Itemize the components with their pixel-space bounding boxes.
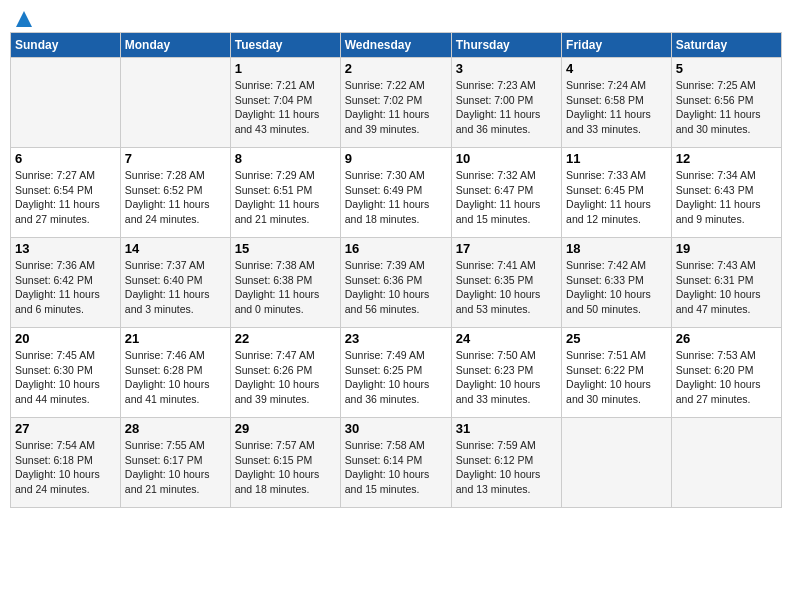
- day-number: 23: [345, 331, 447, 346]
- calendar-cell: 4Sunrise: 7:24 AMSunset: 6:58 PMDaylight…: [562, 58, 672, 148]
- day-number: 4: [566, 61, 667, 76]
- day-info: Sunrise: 7:23 AMSunset: 7:00 PMDaylight:…: [456, 79, 541, 135]
- day-number: 26: [676, 331, 777, 346]
- day-info: Sunrise: 7:25 AMSunset: 6:56 PMDaylight:…: [676, 79, 761, 135]
- day-header-sunday: Sunday: [11, 33, 121, 58]
- day-header-tuesday: Tuesday: [230, 33, 340, 58]
- day-number: 31: [456, 421, 557, 436]
- calendar-cell: 26Sunrise: 7:53 AMSunset: 6:20 PMDayligh…: [671, 328, 781, 418]
- calendar-cell: 11Sunrise: 7:33 AMSunset: 6:45 PMDayligh…: [562, 148, 672, 238]
- day-info: Sunrise: 7:42 AMSunset: 6:33 PMDaylight:…: [566, 259, 651, 315]
- calendar-cell: 24Sunrise: 7:50 AMSunset: 6:23 PMDayligh…: [451, 328, 561, 418]
- calendar-cell: 13Sunrise: 7:36 AMSunset: 6:42 PMDayligh…: [11, 238, 121, 328]
- calendar-cell: 23Sunrise: 7:49 AMSunset: 6:25 PMDayligh…: [340, 328, 451, 418]
- day-number: 10: [456, 151, 557, 166]
- day-number: 27: [15, 421, 116, 436]
- calendar-table: SundayMondayTuesdayWednesdayThursdayFrid…: [10, 32, 782, 508]
- day-number: 8: [235, 151, 336, 166]
- calendar-cell: [11, 58, 121, 148]
- calendar-cell: 16Sunrise: 7:39 AMSunset: 6:36 PMDayligh…: [340, 238, 451, 328]
- svg-marker-0: [16, 11, 32, 27]
- day-number: 28: [125, 421, 226, 436]
- day-number: 21: [125, 331, 226, 346]
- day-number: 29: [235, 421, 336, 436]
- day-info: Sunrise: 7:38 AMSunset: 6:38 PMDaylight:…: [235, 259, 320, 315]
- day-info: Sunrise: 7:34 AMSunset: 6:43 PMDaylight:…: [676, 169, 761, 225]
- calendar-cell: 14Sunrise: 7:37 AMSunset: 6:40 PMDayligh…: [120, 238, 230, 328]
- day-header-friday: Friday: [562, 33, 672, 58]
- calendar-cell: 12Sunrise: 7:34 AMSunset: 6:43 PMDayligh…: [671, 148, 781, 238]
- calendar-cell: 18Sunrise: 7:42 AMSunset: 6:33 PMDayligh…: [562, 238, 672, 328]
- day-info: Sunrise: 7:29 AMSunset: 6:51 PMDaylight:…: [235, 169, 320, 225]
- calendar-cell: [562, 418, 672, 508]
- calendar-cell: 22Sunrise: 7:47 AMSunset: 6:26 PMDayligh…: [230, 328, 340, 418]
- day-number: 25: [566, 331, 667, 346]
- calendar-cell: 25Sunrise: 7:51 AMSunset: 6:22 PMDayligh…: [562, 328, 672, 418]
- day-number: 2: [345, 61, 447, 76]
- day-info: Sunrise: 7:50 AMSunset: 6:23 PMDaylight:…: [456, 349, 541, 405]
- calendar-cell: 6Sunrise: 7:27 AMSunset: 6:54 PMDaylight…: [11, 148, 121, 238]
- day-number: 30: [345, 421, 447, 436]
- day-number: 20: [15, 331, 116, 346]
- day-number: 9: [345, 151, 447, 166]
- day-number: 13: [15, 241, 116, 256]
- day-header-saturday: Saturday: [671, 33, 781, 58]
- logo-icon: [15, 10, 33, 28]
- page-header: [10, 10, 782, 24]
- day-info: Sunrise: 7:46 AMSunset: 6:28 PMDaylight:…: [125, 349, 210, 405]
- day-info: Sunrise: 7:39 AMSunset: 6:36 PMDaylight:…: [345, 259, 430, 315]
- day-info: Sunrise: 7:45 AMSunset: 6:30 PMDaylight:…: [15, 349, 100, 405]
- day-info: Sunrise: 7:58 AMSunset: 6:14 PMDaylight:…: [345, 439, 430, 495]
- day-number: 5: [676, 61, 777, 76]
- day-number: 19: [676, 241, 777, 256]
- calendar-cell: 15Sunrise: 7:38 AMSunset: 6:38 PMDayligh…: [230, 238, 340, 328]
- calendar-cell: 29Sunrise: 7:57 AMSunset: 6:15 PMDayligh…: [230, 418, 340, 508]
- calendar-cell: 19Sunrise: 7:43 AMSunset: 6:31 PMDayligh…: [671, 238, 781, 328]
- day-info: Sunrise: 7:59 AMSunset: 6:12 PMDaylight:…: [456, 439, 541, 495]
- day-number: 16: [345, 241, 447, 256]
- day-info: Sunrise: 7:53 AMSunset: 6:20 PMDaylight:…: [676, 349, 761, 405]
- day-info: Sunrise: 7:21 AMSunset: 7:04 PMDaylight:…: [235, 79, 320, 135]
- day-header-wednesday: Wednesday: [340, 33, 451, 58]
- calendar-cell: 17Sunrise: 7:41 AMSunset: 6:35 PMDayligh…: [451, 238, 561, 328]
- day-info: Sunrise: 7:28 AMSunset: 6:52 PMDaylight:…: [125, 169, 210, 225]
- calendar-cell: 8Sunrise: 7:29 AMSunset: 6:51 PMDaylight…: [230, 148, 340, 238]
- calendar-cell: 28Sunrise: 7:55 AMSunset: 6:17 PMDayligh…: [120, 418, 230, 508]
- day-info: Sunrise: 7:37 AMSunset: 6:40 PMDaylight:…: [125, 259, 210, 315]
- day-info: Sunrise: 7:51 AMSunset: 6:22 PMDaylight:…: [566, 349, 651, 405]
- calendar-cell: 2Sunrise: 7:22 AMSunset: 7:02 PMDaylight…: [340, 58, 451, 148]
- calendar-cell: [120, 58, 230, 148]
- day-number: 18: [566, 241, 667, 256]
- day-number: 12: [676, 151, 777, 166]
- day-number: 3: [456, 61, 557, 76]
- day-info: Sunrise: 7:27 AMSunset: 6:54 PMDaylight:…: [15, 169, 100, 225]
- day-number: 15: [235, 241, 336, 256]
- calendar-cell: 7Sunrise: 7:28 AMSunset: 6:52 PMDaylight…: [120, 148, 230, 238]
- day-info: Sunrise: 7:41 AMSunset: 6:35 PMDaylight:…: [456, 259, 541, 315]
- day-info: Sunrise: 7:22 AMSunset: 7:02 PMDaylight:…: [345, 79, 430, 135]
- day-info: Sunrise: 7:49 AMSunset: 6:25 PMDaylight:…: [345, 349, 430, 405]
- calendar-cell: 10Sunrise: 7:32 AMSunset: 6:47 PMDayligh…: [451, 148, 561, 238]
- day-number: 14: [125, 241, 226, 256]
- day-info: Sunrise: 7:57 AMSunset: 6:15 PMDaylight:…: [235, 439, 320, 495]
- calendar-cell: 9Sunrise: 7:30 AMSunset: 6:49 PMDaylight…: [340, 148, 451, 238]
- calendar-cell: 3Sunrise: 7:23 AMSunset: 7:00 PMDaylight…: [451, 58, 561, 148]
- day-info: Sunrise: 7:47 AMSunset: 6:26 PMDaylight:…: [235, 349, 320, 405]
- calendar-cell: 1Sunrise: 7:21 AMSunset: 7:04 PMDaylight…: [230, 58, 340, 148]
- day-number: 1: [235, 61, 336, 76]
- calendar-cell: 30Sunrise: 7:58 AMSunset: 6:14 PMDayligh…: [340, 418, 451, 508]
- day-header-thursday: Thursday: [451, 33, 561, 58]
- day-info: Sunrise: 7:43 AMSunset: 6:31 PMDaylight:…: [676, 259, 761, 315]
- logo: [14, 10, 34, 24]
- day-info: Sunrise: 7:33 AMSunset: 6:45 PMDaylight:…: [566, 169, 651, 225]
- day-info: Sunrise: 7:30 AMSunset: 6:49 PMDaylight:…: [345, 169, 430, 225]
- calendar-cell: 31Sunrise: 7:59 AMSunset: 6:12 PMDayligh…: [451, 418, 561, 508]
- day-header-monday: Monday: [120, 33, 230, 58]
- calendar-cell: [671, 418, 781, 508]
- day-info: Sunrise: 7:32 AMSunset: 6:47 PMDaylight:…: [456, 169, 541, 225]
- day-number: 24: [456, 331, 557, 346]
- day-number: 7: [125, 151, 226, 166]
- day-info: Sunrise: 7:36 AMSunset: 6:42 PMDaylight:…: [15, 259, 100, 315]
- day-number: 17: [456, 241, 557, 256]
- calendar-cell: 27Sunrise: 7:54 AMSunset: 6:18 PMDayligh…: [11, 418, 121, 508]
